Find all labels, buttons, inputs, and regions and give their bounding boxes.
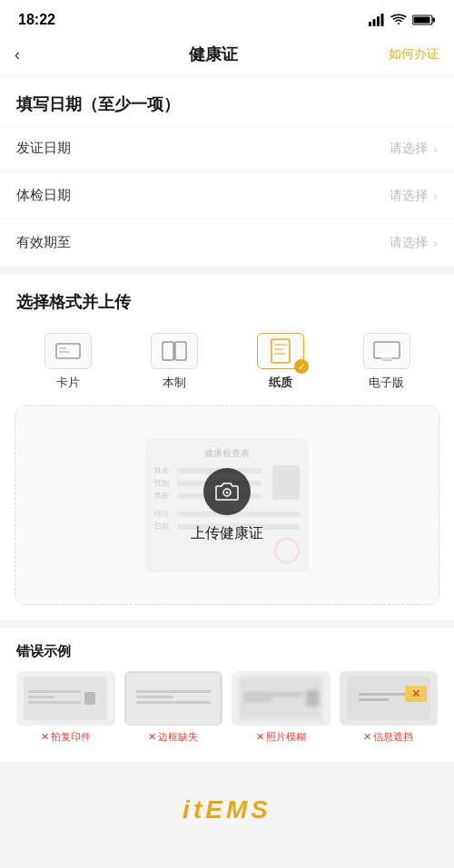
selected-badge: ✓ xyxy=(294,359,309,374)
error-label-3: ✕ 照片模糊 xyxy=(256,730,306,744)
issue-date-chevron: › xyxy=(433,141,438,156)
book-format-icon xyxy=(162,341,187,361)
paper-format-icon xyxy=(270,338,291,364)
svg-rect-2 xyxy=(377,16,380,26)
svg-point-21 xyxy=(226,491,229,493)
how-to-apply-link[interactable]: 如何办证 xyxy=(376,46,439,63)
svg-rect-14 xyxy=(274,344,287,346)
back-button[interactable]: ‹ xyxy=(15,45,51,64)
svg-rect-3 xyxy=(381,14,384,26)
svg-rect-9 xyxy=(59,351,70,353)
error-item-1: ✕ 拍复印件 xyxy=(16,671,115,744)
upload-overlay: 上传健康证 xyxy=(15,406,439,604)
checkup-date-label: 体检日期 xyxy=(16,187,71,204)
upload-section-title: 选择格式并上传 xyxy=(0,275,454,322)
error-item-2: ✕ 边框缺失 xyxy=(124,671,223,744)
upload-section: 选择格式并上传 卡片 本制 xyxy=(0,275,454,619)
paper-icon-box: ✓ xyxy=(257,333,304,369)
camera-button[interactable] xyxy=(203,468,251,515)
svg-rect-19 xyxy=(381,357,392,360)
upload-text: 上传健康证 xyxy=(191,524,263,543)
checkup-date-row[interactable]: 体检日期 请选择 › xyxy=(0,171,454,219)
error-section-title: 错误示例 xyxy=(16,643,438,660)
svg-rect-8 xyxy=(59,347,66,349)
status-time: 18:22 xyxy=(18,12,55,28)
section-divider xyxy=(0,266,454,275)
svg-rect-16 xyxy=(274,353,285,355)
digital-icon-box xyxy=(363,333,410,369)
date-section-title: 填写日期（至少一项） xyxy=(0,77,454,124)
error-thumb-3 xyxy=(232,671,331,726)
error-label-4: ✕ 信息遮挡 xyxy=(363,730,413,744)
battery-icon xyxy=(412,14,436,26)
expiry-date-row[interactable]: 有效期至 请选择 › xyxy=(0,219,454,266)
error-section: 错误示例 ✕ 拍复印件 xyxy=(0,629,454,762)
svg-rect-17 xyxy=(374,342,400,358)
card-format-icon xyxy=(55,342,81,360)
svg-rect-10 xyxy=(163,342,173,360)
wifi-icon xyxy=(390,14,407,26)
book-icon-box xyxy=(151,333,198,369)
issue-date-row[interactable]: 发证日期 请选择 › xyxy=(0,124,454,171)
paper-format-label: 纸质 xyxy=(269,375,292,391)
expiry-date-chevron: › xyxy=(433,236,438,250)
card-format-label: 卡片 xyxy=(56,375,80,391)
svg-rect-0 xyxy=(369,22,371,26)
format-picker: 卡片 本制 ✓ 纸质 xyxy=(0,322,454,405)
svg-rect-15 xyxy=(274,348,283,350)
svg-rect-11 xyxy=(175,342,186,360)
error-thumb-4: ✕ xyxy=(340,671,439,726)
status-bar: 18:22 xyxy=(0,0,454,36)
items-label: itEMS xyxy=(183,795,271,824)
error-grid: ✕ 拍复印件 ✕ 边框缺失 xyxy=(16,671,438,744)
signal-icon xyxy=(369,14,385,26)
error-thumb-2 xyxy=(124,671,223,726)
nav-bar: ‹ 健康证 如何办证 xyxy=(0,36,454,77)
issue-date-label: 发证日期 xyxy=(16,140,71,157)
checkup-date-chevron: › xyxy=(433,189,438,203)
date-section: 填写日期（至少一项） 发证日期 请选择 › 体检日期 请选择 › 有效期至 请选… xyxy=(0,77,454,266)
upload-area[interactable]: 健康检查表 姓名 性别 类别 xyxy=(15,405,439,605)
expiry-date-value: 请选择 › xyxy=(390,235,438,251)
error-label-2: ✕ 边框缺失 xyxy=(148,730,198,744)
svg-rect-5 xyxy=(433,18,436,23)
error-item-3: ✕ 照片模糊 xyxy=(232,671,331,744)
checkup-date-value: 请选择 › xyxy=(390,188,438,204)
page-title: 健康证 xyxy=(189,44,238,65)
error-item-4: ✕ ✕ 信息遮挡 xyxy=(340,671,439,744)
error-thumb-1 xyxy=(16,671,115,726)
book-format-label: 本制 xyxy=(163,375,186,391)
expiry-date-placeholder: 请选择 xyxy=(390,235,428,251)
issue-date-placeholder: 请选择 xyxy=(390,141,428,157)
digital-format-icon xyxy=(373,341,400,361)
camera-icon xyxy=(215,482,239,502)
card-icon-box xyxy=(44,333,92,369)
status-icons xyxy=(369,14,436,26)
digital-format-label: 电子版 xyxy=(369,375,404,391)
format-item-paper[interactable]: ✓ 纸质 xyxy=(257,333,304,391)
expiry-date-label: 有效期至 xyxy=(16,234,71,251)
items-bar: itEMS xyxy=(0,777,454,868)
format-item-digital[interactable]: 电子版 xyxy=(363,333,410,391)
format-item-card[interactable]: 卡片 xyxy=(44,333,92,391)
svg-rect-6 xyxy=(414,17,430,24)
format-item-book[interactable]: 本制 xyxy=(151,333,198,391)
error-label-1: ✕ 拍复印件 xyxy=(41,730,91,744)
checkup-date-placeholder: 请选择 xyxy=(390,188,428,204)
svg-rect-13 xyxy=(271,339,290,363)
issue-date-value: 请选择 › xyxy=(390,141,438,157)
svg-rect-1 xyxy=(373,19,376,26)
